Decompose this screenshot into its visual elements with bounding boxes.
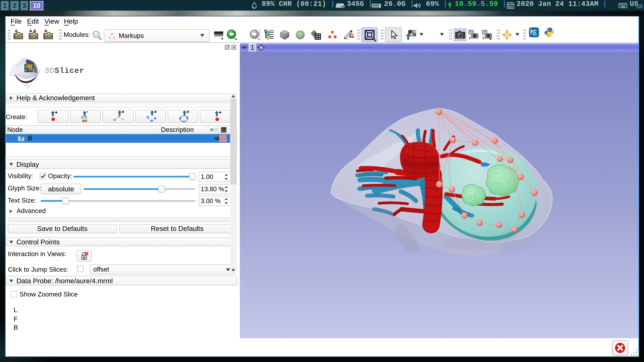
svg-text:DCM: DCM	[30, 34, 38, 38]
svg-text:SAVE: SAVE	[44, 34, 53, 38]
svg-text:?: ?	[20, 136, 23, 142]
svg-text:DATA: DATA	[14, 34, 23, 38]
